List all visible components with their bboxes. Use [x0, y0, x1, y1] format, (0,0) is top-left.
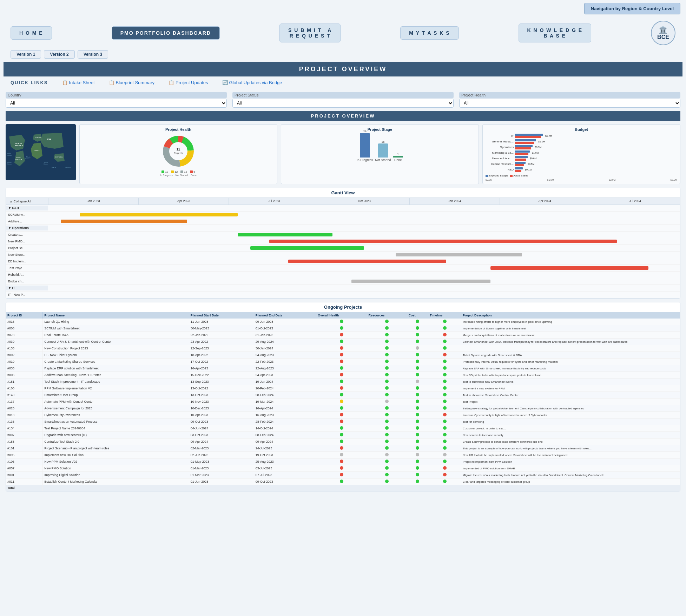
gantt-bar[interactable]: [250, 246, 364, 250]
cell-timeline: [428, 385, 461, 392]
gantt-bar[interactable]: [396, 253, 522, 256]
gantt-row[interactable]: New PMO...: [6, 238, 680, 245]
gantt-bar[interactable]: [61, 220, 187, 223]
table-row[interactable]: #140 Smartsheet User Group 13-Oct-2023 2…: [6, 392, 680, 399]
table-row[interactable]: Total: [6, 485, 680, 491]
cell-health: [316, 385, 367, 392]
table-row[interactable]: #153 Centralize Tool Stack 2.0 09-Apr-20…: [6, 438, 680, 445]
cell-start: 13-Sep-2023: [189, 379, 254, 385]
cell-desc: Increase Cybersecurity in light of incre…: [461, 412, 680, 419]
status-dot: [385, 466, 389, 470]
status-dot: [443, 420, 447, 423]
status-dot: [443, 406, 447, 410]
gantt-row[interactable]: Test Proje...: [6, 265, 680, 272]
gantt-bar[interactable]: [288, 260, 446, 263]
my-tasks-button[interactable]: M y T a s k s: [400, 26, 459, 40]
version-3-button[interactable]: Version 3: [78, 50, 108, 59]
gantt-row[interactable]: SCRUM w...: [6, 212, 680, 218]
table-row[interactable]: #011 Establish Content Marketing Calenda…: [6, 478, 680, 485]
status-dot: [340, 446, 343, 450]
cell-health: [316, 319, 367, 325]
collapse-button[interactable]: ▲ Collapse All: [8, 199, 33, 204]
table-row[interactable]: #001 Improving Digital Solution 01-Mar-2…: [6, 472, 680, 478]
table-row[interactable]: #030 Connect JIRA & Smartsheet with Cont…: [6, 339, 680, 345]
cell-name: Additive Manufacturing - New 3D Printer: [43, 372, 189, 379]
table-row[interactable]: #020 Advertisement Campaign for 2025 10-…: [6, 405, 680, 412]
health-filter-select[interactable]: All: [459, 99, 680, 108]
status-dot: [443, 326, 447, 330]
status-dot: [340, 340, 343, 343]
table-row[interactable]: #035 Replace ERP solution with Smartshee…: [6, 365, 680, 372]
status-filter-select[interactable]: All: [232, 99, 454, 108]
cell-end: 01-Oct-2023: [254, 325, 316, 332]
intake-sheet-link[interactable]: 📋 Intake Sheet: [62, 80, 95, 85]
global-updates-link[interactable]: 🔄 Global Updates via Bridge: [222, 80, 282, 85]
gantt-row[interactable]: New Store...: [6, 252, 680, 258]
nav-region-button[interactable]: Navigation by Region & Country Level: [584, 3, 680, 14]
gantt-row[interactable]: Project Sc...: [6, 245, 680, 252]
cell-desc: [461, 345, 680, 352]
cell-id: #008: [6, 325, 43, 332]
projects-table-section: Ongoing Projects Project ID Project Name…: [6, 302, 680, 491]
budget-actual-it: [515, 136, 541, 138]
table-row[interactable]: #006 Additive Manufacturing - New 3D Pri…: [6, 372, 680, 379]
dashboard-button[interactable]: PMO PORTFOLIO DASHBOARD: [112, 26, 220, 40]
table-row[interactable]: #100 PPM Software Implementation V2 13-O…: [6, 385, 680, 392]
gantt-bars-area: [48, 246, 680, 250]
table-row[interactable]: #008 SCRUM with Smartsheet 30-May-2023 0…: [6, 325, 680, 332]
blueprint-summary-link[interactable]: 📋 Blueprint Summary: [109, 80, 155, 85]
status-filter-label: Project Status: [232, 92, 454, 98]
project-updates-link[interactable]: 📋 Project Updates: [169, 80, 208, 85]
cell-timeline: [428, 472, 461, 478]
gantt-row-label: ▼ Operations: [6, 226, 48, 230]
gantt-bar[interactable]: [351, 280, 490, 283]
cell-name: Smartsheet User Group: [43, 392, 189, 399]
gantt-bars-area: [48, 272, 680, 277]
quick-links-label: QUICK LINKS: [11, 80, 48, 85]
table-row[interactable]: #078 Real Estate M&A 22-Jan-2022 31-Jan-…: [6, 332, 680, 339]
gantt-bar[interactable]: [80, 213, 238, 216]
knowledge-base-button[interactable]: K n o w l e d g eB a s e: [519, 24, 591, 42]
cell-timeline: [428, 352, 461, 359]
gantt-bar[interactable]: [238, 233, 332, 236]
gantt-bar[interactable]: [269, 240, 617, 243]
table-row[interactable]: #101 Project Scenario - Plan project wit…: [6, 445, 680, 452]
table-row[interactable]: #013 Cybersecurity Awareness 10-Apr-2023…: [6, 412, 680, 419]
gantt-row[interactable]: Bridge ch...: [6, 278, 680, 285]
home-button[interactable]: H o m e: [11, 26, 52, 40]
cell-cost: [407, 372, 428, 379]
status-dot: [416, 460, 419, 463]
gantt-bar[interactable]: [490, 266, 648, 270]
gantt-row-label: Bridge ch...: [6, 279, 48, 284]
cell-timeline: [428, 478, 461, 485]
table-row[interactable]: #007 Upgrade with new servers (IT) 03-Oc…: [6, 432, 680, 438]
gantt-row[interactable]: Create a...: [6, 232, 680, 238]
cell-end: [254, 485, 316, 491]
status-dot: [385, 380, 389, 383]
table-row[interactable]: #016 Launch Q1-Hiring 11-Jan-2023 09-Jun…: [6, 319, 680, 325]
table-row[interactable]: #151 Tool Stack Improvement - IT Landsca…: [6, 379, 680, 385]
stage-label-notstarted: Not Started: [176, 174, 188, 176]
gantt-row-label: EE Implem...: [6, 259, 48, 264]
gantt-row[interactable]: Rebuild A...: [6, 272, 680, 278]
cell-desc: Implemented of PMO solution from SMAR: [461, 465, 680, 472]
table-row[interactable]: #136 Smartsheet as an Automated Process …: [6, 419, 680, 425]
table-row[interactable]: #057 New PMO Solution 01-Mar-2023 03-Jul…: [6, 465, 680, 472]
cell-desc: Connect Smartsheet with JIRA. Increase t…: [461, 339, 680, 345]
table-row[interactable]: #106 New PPM Solution V02 01-May-2023 25…: [6, 458, 680, 465]
gantt-row: ▼ Operations: [6, 225, 680, 232]
gantt-row[interactable]: Additive...: [6, 218, 680, 225]
table-row[interactable]: #134 Test Project Name 20240604 04-Jun-2…: [6, 425, 680, 432]
table-row[interactable]: #010 Create a Marketing Shared Services …: [6, 359, 680, 365]
table-row[interactable]: #133 New Construction Project 2023 22-Se…: [6, 345, 680, 352]
gantt-row[interactable]: EE Implem...: [6, 258, 680, 265]
country-filter-select[interactable]: All: [6, 99, 227, 108]
version-1-button[interactable]: Version 1: [11, 50, 41, 59]
submit-request-button[interactable]: S u b m i t aR e q u e s t: [279, 24, 341, 42]
table-row[interactable]: #137 Automate PPM with Control Center 10…: [6, 399, 680, 405]
gantt-row[interactable]: IT - New P...: [6, 292, 680, 298]
status-dot: [416, 440, 419, 443]
table-row[interactable]: #095 Implement new HR Solution 02-Jun-20…: [6, 452, 680, 458]
table-row[interactable]: #002 IT - New Ticket System 18-Apr-2022 …: [6, 352, 680, 359]
version-2-button[interactable]: Version 2: [44, 50, 74, 59]
